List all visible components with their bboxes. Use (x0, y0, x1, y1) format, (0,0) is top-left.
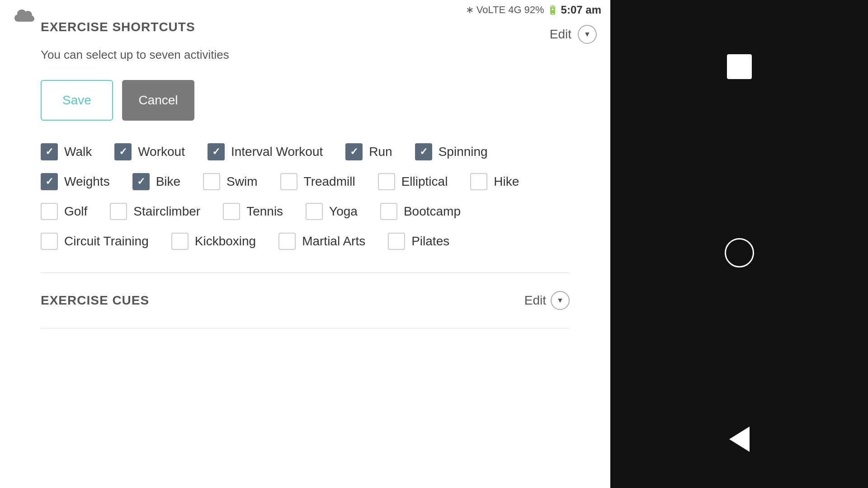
battery-label: 92% (524, 4, 544, 16)
nav-back-button[interactable] (729, 427, 750, 452)
activity-row-4: Circuit Training Kickboxing Martial Arts… (41, 233, 570, 250)
save-button[interactable]: Save (41, 80, 113, 121)
checkbox-elliptical[interactable] (378, 173, 395, 190)
checkbox-treadmill[interactable] (280, 173, 297, 190)
label-bootcamp: Bootcamp (404, 204, 461, 219)
activity-stairclimber[interactable]: Stairclimber (110, 203, 200, 220)
label-pilates: Pilates (411, 234, 449, 249)
main-content: EXERCISE SHORTCUTS You can select up to … (0, 20, 610, 328)
checkbox-tennis[interactable] (223, 203, 240, 220)
activities-grid: Walk Workout Interval Workout Run Spinni… (41, 143, 570, 250)
checkbox-workout[interactable] (114, 143, 132, 160)
label-stairclimber: Stairclimber (133, 204, 200, 219)
activity-treadmill[interactable]: Treadmill (280, 173, 355, 190)
battery-icon: 🔋 (547, 5, 558, 15)
checkbox-walk[interactable] (41, 143, 58, 160)
activity-kickboxing[interactable]: Kickboxing (171, 233, 256, 250)
checkbox-swim[interactable] (203, 173, 220, 190)
nav-square-button[interactable] (727, 54, 752, 79)
exercise-cues-title: EXERCISE CUES (41, 293, 149, 308)
side-controls (610, 0, 868, 488)
label-treadmill: Treadmill (304, 174, 355, 189)
exercise-cues-chevron-circle[interactable]: ▼ (551, 291, 570, 310)
divider-2 (41, 328, 570, 328)
checkbox-run[interactable] (345, 143, 363, 160)
label-hike: Hike (494, 174, 519, 189)
checkbox-interval-workout[interactable] (208, 143, 225, 160)
activity-elliptical[interactable]: Elliptical (378, 173, 448, 190)
bluetooth-icon: ∗ (466, 4, 474, 16)
activity-interval-workout[interactable]: Interval Workout (208, 143, 323, 160)
cloud-icon (14, 8, 35, 26)
activity-circuit-training[interactable]: Circuit Training (41, 233, 149, 250)
label-circuit-training: Circuit Training (64, 234, 149, 249)
top-edit-text[interactable]: Edit (550, 27, 571, 42)
activity-row-1: Walk Workout Interval Workout Run Spinni… (41, 143, 570, 160)
status-icons: ∗ VoLTE 4G 92% 🔋 5:07 am (466, 4, 601, 16)
checkbox-weights[interactable] (41, 173, 58, 190)
label-elliptical: Elliptical (401, 174, 448, 189)
activity-tennis[interactable]: Tennis (223, 203, 283, 220)
checkbox-yoga[interactable] (306, 203, 323, 220)
label-kickboxing: Kickboxing (195, 234, 256, 249)
checkbox-bike[interactable] (132, 173, 150, 190)
label-swim: Swim (226, 174, 257, 189)
activity-bootcamp[interactable]: Bootcamp (380, 203, 461, 220)
phone-screen: ∗ VoLTE 4G 92% 🔋 5:07 am Edit ▼ EXERCISE… (0, 0, 610, 488)
label-tennis: Tennis (246, 204, 283, 219)
activity-bike[interactable]: Bike (132, 173, 180, 190)
exercise-cues-chevron-down-icon: ▼ (557, 296, 564, 305)
divider-1 (41, 272, 570, 273)
label-walk: Walk (64, 145, 92, 159)
subtitle: You can select up to seven activities (41, 48, 570, 62)
top-chevron-circle[interactable]: ▼ (578, 25, 597, 44)
label-spinning: Spinning (439, 145, 488, 159)
exercise-cues-header: EXERCISE CUES Edit ▼ (41, 282, 570, 319)
activity-row-2: Weights Bike Swim Treadmill Elliptical (41, 173, 570, 190)
checkbox-spinning[interactable] (415, 143, 432, 160)
activity-swim[interactable]: Swim (203, 173, 257, 190)
checkbox-golf[interactable] (41, 203, 58, 220)
activity-martial-arts[interactable]: Martial Arts (278, 233, 365, 250)
label-bike: Bike (156, 174, 180, 189)
activity-weights[interactable]: Weights (41, 173, 110, 190)
button-row: Save Cancel (41, 80, 570, 121)
time-label: 5:07 am (561, 4, 601, 16)
activity-walk[interactable]: Walk (41, 143, 92, 160)
activity-yoga[interactable]: Yoga (306, 203, 358, 220)
label-interval-workout: Interval Workout (231, 145, 323, 159)
signal-label: VoLTE 4G (476, 4, 522, 16)
activity-workout[interactable]: Workout (114, 143, 185, 160)
checkbox-stairclimber[interactable] (110, 203, 127, 220)
label-golf: Golf (64, 204, 87, 219)
label-martial-arts: Martial Arts (302, 234, 365, 249)
top-right-edit-area: Edit ▼ (550, 25, 597, 44)
activity-row-3: Golf Stairclimber Tennis Yoga Bootcamp (41, 203, 570, 220)
section-title: EXERCISE SHORTCUTS (41, 20, 570, 34)
checkbox-pilates[interactable] (388, 233, 405, 250)
exercise-cues-edit-button[interactable]: Edit ▼ (524, 291, 570, 310)
checkbox-bootcamp[interactable] (380, 203, 397, 220)
cancel-button[interactable]: Cancel (122, 80, 194, 121)
top-chevron-down-icon: ▼ (584, 30, 591, 38)
status-bar: ∗ VoLTE 4G 92% 🔋 5:07 am (0, 0, 610, 20)
activity-hike[interactable]: Hike (470, 173, 519, 190)
activity-spinning[interactable]: Spinning (415, 143, 488, 160)
activity-run[interactable]: Run (345, 143, 392, 160)
checkbox-hike[interactable] (470, 173, 487, 190)
label-yoga: Yoga (329, 204, 358, 219)
exercise-cues-edit-text[interactable]: Edit (524, 293, 546, 308)
label-workout: Workout (138, 145, 185, 159)
checkbox-martial-arts[interactable] (278, 233, 296, 250)
nav-circle-button[interactable] (725, 238, 754, 267)
label-run: Run (369, 145, 392, 159)
checkbox-circuit-training[interactable] (41, 233, 58, 250)
activity-golf[interactable]: Golf (41, 203, 87, 220)
activity-pilates[interactable]: Pilates (388, 233, 449, 250)
label-weights: Weights (64, 174, 110, 189)
checkbox-kickboxing[interactable] (171, 233, 189, 250)
